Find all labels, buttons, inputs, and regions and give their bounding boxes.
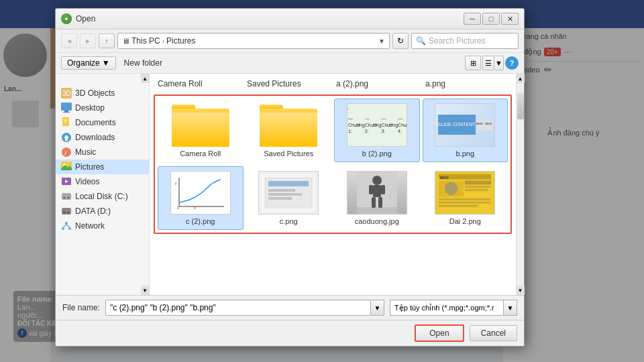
- address-sep1: ›: [162, 38, 164, 45]
- refresh-button[interactable]: ↻: [392, 33, 409, 49]
- svg-line-27: [63, 225, 66, 227]
- folder-saved-pictures[interactable]: Saved Pictures: [246, 99, 332, 162]
- sidebar-item-data-d[interactable]: DATA (D:): [56, 204, 149, 219]
- address-dropdown-arrow[interactable]: ▼: [378, 38, 385, 45]
- file-b-thumb: SLIDE CONTENT text text: [435, 103, 495, 147]
- scroll-down-arrow[interactable]: ▼: [517, 286, 525, 295]
- organize-toolbar: Organize ▼ New folder ⊞ ☰ ▼ ?: [56, 53, 524, 74]
- file-b-label: b.png: [455, 149, 474, 158]
- header-saved-pictures[interactable]: Saved Pictures: [244, 78, 332, 90]
- sidebar-label-3d: 3D Objects: [75, 88, 115, 98]
- view-dropdown-arrow[interactable]: ▼: [494, 56, 504, 70]
- sidebar-label-local-disk: Local Disk (C:): [75, 192, 128, 201]
- sidebar-item-3d-objects[interactable]: 3D 3D Objects: [56, 86, 149, 101]
- new-folder-button[interactable]: New folder: [121, 57, 165, 69]
- header-a[interactable]: a.png: [423, 78, 511, 90]
- saved-pictures-label: Saved Pictures: [264, 149, 313, 158]
- svg-rect-21: [62, 208, 71, 215]
- file-c2-png[interactable]: 0 x y c (2).png: [158, 166, 244, 230]
- address-folder: Pictures: [166, 36, 195, 46]
- file-dai2-thumb: BÁO: [435, 171, 495, 215]
- grid-headers: Camera Roll Saved Pictures a (2).png a.p…: [152, 76, 513, 92]
- sidebar-scroll-down[interactable]: ▼: [141, 286, 149, 295]
- dai2-svg: BÁO: [437, 172, 492, 213]
- sidebar-item-desktop[interactable]: Desktop: [56, 101, 149, 115]
- file-c-png[interactable]: c.png: [246, 166, 332, 230]
- organize-button[interactable]: Organize ▼: [61, 56, 116, 70]
- forward-button[interactable]: ▸: [80, 34, 96, 48]
- file-b2-label: b (2).png: [362, 149, 392, 158]
- svg-text:0: 0: [177, 206, 179, 210]
- filetype-dropdown-arrow[interactable]: ▼: [504, 300, 517, 316]
- svg-rect-57: [465, 189, 488, 191]
- scroll-up-arrow[interactable]: ▲: [517, 74, 525, 83]
- main-content: ▲ 3D 3D Objects Desktop: [56, 74, 524, 295]
- search-bar[interactable]: 🔍 Search Pictures: [411, 33, 519, 49]
- filename-input[interactable]: "c (2).png" "b (2).png" "b.png": [105, 300, 371, 316]
- file-grid-scrollbar[interactable]: ▲ ▼: [516, 74, 524, 295]
- close-button[interactable]: ✕: [501, 13, 519, 25]
- svg-text:♪: ♪: [64, 149, 67, 156]
- sidebar-item-network[interactable]: Network: [56, 219, 149, 233]
- svg-rect-37: [268, 181, 309, 186]
- desktop-icon: [61, 103, 72, 113]
- svg-rect-43: [357, 207, 397, 214]
- view-large-icons-button[interactable]: ⊞: [465, 56, 481, 70]
- title-controls: ─ □ ✕: [464, 13, 519, 25]
- header-a2[interactable]: a (2).png: [333, 78, 421, 90]
- minimize-button[interactable]: ─: [464, 13, 481, 25]
- svg-point-54: [445, 182, 458, 195]
- svg-rect-5: [62, 117, 69, 126]
- sidebar-item-downloads[interactable]: Downloads: [56, 130, 149, 145]
- sidebar-item-local-disk[interactable]: Local Disk (C:): [56, 189, 149, 204]
- sidebar-scroll-up[interactable]: ▲: [141, 74, 149, 83]
- file-row-2: 0 x y c (2).png: [158, 166, 508, 230]
- filename-dropdown-arrow[interactable]: ▼: [371, 300, 384, 316]
- filetype-value: Tệp tùy chỉnh (*.mpg;*.ogm;*.r: [394, 304, 494, 312]
- sidebar-item-music[interactable]: ♪ Music: [56, 145, 149, 160]
- search-placeholder: Search Pictures: [429, 36, 486, 46]
- address-bar[interactable]: 🖥 This PC › Pictures ▼: [117, 33, 390, 49]
- svg-point-25: [62, 227, 64, 230]
- svg-rect-22: [63, 212, 66, 213]
- scroll-thumb[interactable]: [517, 93, 524, 119]
- svg-rect-38: [268, 189, 295, 192]
- svg-point-24: [65, 222, 68, 225]
- filetype-select[interactable]: Tệp tùy chỉnh (*.mpg;*.ogm;*.r: [390, 300, 504, 316]
- sidebar-label-network: Network: [75, 221, 105, 231]
- file-b-png[interactable]: SLIDE CONTENT text text b.png: [423, 99, 508, 162]
- search-icon: 🔍: [416, 36, 426, 46]
- file-grid: Camera Roll Saved Pictures a (2).png a.p…: [150, 74, 516, 295]
- header-camera-roll[interactable]: Camera Roll: [155, 78, 243, 90]
- maximize-button[interactable]: □: [482, 13, 500, 25]
- svg-rect-6: [64, 119, 68, 120]
- svg-rect-56: [465, 186, 491, 188]
- view-list-button[interactable]: ☰: [482, 56, 494, 70]
- sidebar-item-videos[interactable]: Videos: [56, 174, 149, 189]
- help-button[interactable]: ?: [505, 56, 519, 70]
- cancel-button[interactable]: Cancel: [470, 325, 517, 341]
- open-button[interactable]: Open: [415, 324, 464, 342]
- filename-label: File name:: [62, 303, 100, 312]
- svg-rect-59: [439, 202, 491, 204]
- sidebar-item-pictures[interactable]: Pictures: [56, 160, 149, 174]
- back-button[interactable]: ◂: [61, 34, 77, 48]
- svg-rect-55: [465, 180, 491, 184]
- file-dai2-png[interactable]: BÁO Dai 2.png: [423, 166, 508, 230]
- file-b2-png[interactable]: Câu hỏi ôn tập học kỳ — Chương 1: — Chươ…: [334, 99, 420, 162]
- open-file-dialog: ● Open ─ □ ✕ ◂ ▸ ↑ 🖥 This PC › Pictures …: [55, 8, 525, 347]
- action-row: Open Cancel: [56, 320, 524, 346]
- svg-point-23: [68, 212, 70, 214]
- svg-point-44: [372, 176, 382, 185]
- up-button[interactable]: ↑: [99, 34, 115, 48]
- svg-rect-2: [61, 103, 72, 111]
- view-buttons: ⊞ ☰ ▼ ?: [465, 56, 519, 70]
- file-caoduong-label: caoduong.jpg: [355, 217, 399, 225]
- local-disk-icon: [61, 191, 72, 202]
- folder-camera-roll[interactable]: Camera Roll: [158, 99, 244, 162]
- svg-rect-48: [372, 197, 376, 208]
- address-content: 🖥 This PC › Pictures: [122, 36, 195, 46]
- file-caoduong-jpg[interactable]: caoduong.jpg: [334, 166, 420, 230]
- sidebar-item-documents[interactable]: Documents: [56, 115, 149, 130]
- camera-roll-label: Camera Roll: [180, 149, 221, 158]
